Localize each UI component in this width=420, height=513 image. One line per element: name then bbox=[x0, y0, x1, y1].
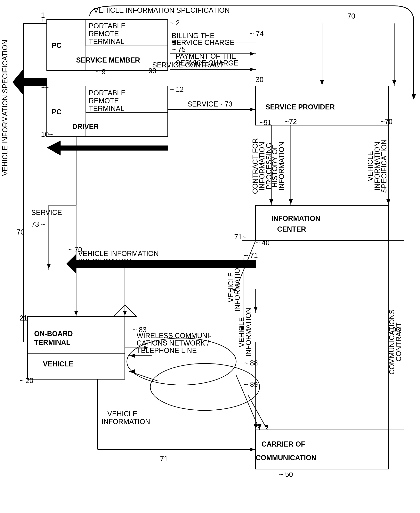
svg-marker-64 bbox=[250, 448, 255, 451]
svg-marker-22 bbox=[392, 80, 396, 85]
vis-ic-label1: VEHICLE INFORMATION bbox=[78, 249, 159, 257]
vis-right-label3: SPECIFICATION bbox=[380, 139, 388, 193]
driver-ref12: ~ 12 bbox=[170, 86, 184, 93]
ref91: ~91 bbox=[260, 119, 271, 127]
wireless-label2: CATIONS NETWORK / bbox=[137, 339, 209, 347]
carrier-label2: COMMUNICATION bbox=[256, 454, 316, 462]
vehicle-info-bottom-label1: VEHICLE bbox=[107, 410, 137, 418]
ic-label1: INFORMATION bbox=[271, 214, 320, 222]
svg-marker-26 bbox=[269, 199, 273, 204]
vehicle-label: VEHICLE bbox=[43, 360, 73, 368]
svg-marker-30 bbox=[386, 199, 390, 204]
vis-ic-label2: SPECIFICATION bbox=[78, 257, 131, 265]
svg-marker-14 bbox=[250, 67, 255, 71]
driver-terminal-label1: PORTABLE bbox=[89, 89, 126, 97]
sc-label1: SERVICE CONTRACT bbox=[152, 61, 224, 69]
svg-marker-0 bbox=[412, 94, 416, 100]
wireless-label1: WIRELESS COMMUNI- bbox=[137, 332, 211, 340]
vi-right-label2: INFORMATION bbox=[244, 308, 252, 357]
ref72: ~72 bbox=[285, 118, 297, 126]
svg-marker-73 bbox=[254, 424, 258, 429]
sm-terminal-label1: PORTABLE bbox=[89, 22, 126, 30]
driver-pc-label: PC bbox=[52, 108, 61, 116]
vi-vert-label2: INFORMATION bbox=[233, 263, 241, 311]
svg-marker-28 bbox=[289, 199, 293, 204]
driver-terminal-label2: REMOTE bbox=[89, 97, 119, 105]
sm-terminal-label3: TERMINAL bbox=[89, 38, 124, 46]
ref21: 21 bbox=[20, 314, 27, 322]
sm-label: SERVICE MEMBER bbox=[76, 56, 140, 64]
sm-terminal-label2: REMOTE bbox=[89, 30, 119, 38]
vehicle-info-bottom-label2: INFORMATION bbox=[101, 418, 150, 426]
service-left-label: SERVICE bbox=[31, 209, 62, 217]
svg-marker-12 bbox=[250, 52, 255, 56]
obt-label2: TERMINAL bbox=[34, 338, 70, 347]
ic-label2: CENTER bbox=[277, 225, 306, 233]
svg-marker-38 bbox=[123, 311, 127, 316]
ref20: ~ 20 bbox=[20, 377, 33, 385]
diagram-container: VEHICLE INFORMATION SPECIFICATION 70 VEH… bbox=[0, 0, 420, 513]
top-vis-label: VEHICLE INFORMATION SPECIFICATION bbox=[94, 6, 230, 14]
service-top-ref: ~ 73 bbox=[218, 100, 232, 108]
obt-label1: ON-BOARD bbox=[34, 330, 73, 338]
svg-rect-31 bbox=[256, 205, 388, 240]
service-top-label: SERVICE bbox=[187, 100, 218, 108]
top-vis-ref: 70 bbox=[347, 12, 355, 20]
ref83: ~ 83 bbox=[133, 326, 147, 334]
svg-marker-69 bbox=[47, 141, 168, 155]
svg-marker-24 bbox=[250, 108, 255, 111]
svg-marker-43 bbox=[47, 264, 51, 269]
sm-pc-label: PC bbox=[52, 41, 61, 49]
svg-point-45 bbox=[150, 364, 260, 410]
ic-ref40: ~ 40 bbox=[256, 239, 270, 247]
sp-ref30: 30 bbox=[256, 76, 263, 84]
ref71-mid: 71~ bbox=[234, 233, 246, 241]
svg-rect-54 bbox=[256, 430, 388, 469]
svg-marker-36 bbox=[74, 311, 78, 316]
svg-marker-20 bbox=[320, 80, 324, 85]
driver-ref11: 11 bbox=[41, 81, 49, 90]
hoi-label2: INFORMATION bbox=[278, 142, 285, 190]
ref93: 93 bbox=[392, 326, 400, 334]
svg-line-48 bbox=[129, 371, 158, 381]
carrier-label1: CARRIER OF bbox=[262, 440, 305, 448]
service-left-ref: 73 ~ bbox=[31, 220, 45, 228]
sm-ref9: ~ 9 bbox=[96, 68, 105, 76]
ref1: 1 bbox=[41, 11, 45, 19]
sm-ref2: ~ 2 bbox=[170, 19, 180, 27]
driver-ref10: 10~ bbox=[41, 130, 53, 138]
driver-terminal-label3: TERMINAL bbox=[89, 105, 124, 113]
svg-marker-66 bbox=[254, 307, 258, 312]
vis-ic-ref: ~ 70 bbox=[68, 246, 82, 254]
left-vis-label: VEHICLE INFORMATION SPECIFICATION bbox=[1, 40, 9, 176]
ref50: ~ 50 bbox=[279, 470, 293, 478]
driver-label: DRIVER bbox=[72, 123, 99, 131]
vis-right-ref: ~70 bbox=[381, 118, 392, 126]
sp-label: SERVICE PROVIDER bbox=[265, 103, 335, 111]
ref71-bottom: 71 bbox=[160, 455, 168, 463]
svg-rect-33 bbox=[27, 317, 125, 379]
ref74: ~ 74 bbox=[250, 30, 264, 38]
svg-marker-47 bbox=[130, 354, 135, 358]
